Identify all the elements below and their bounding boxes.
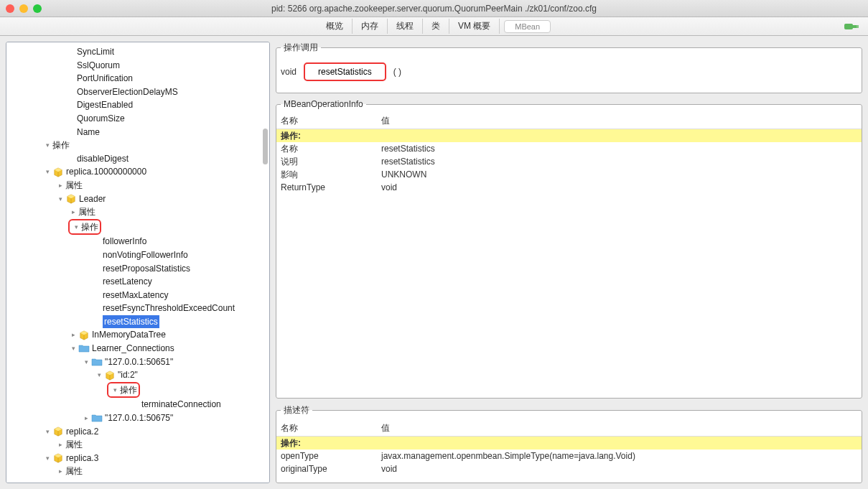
table-row-group: 操作: xyxy=(276,437,862,450)
cube-icon xyxy=(52,426,64,437)
tree-item-resetlatency[interactable]: resetLatency xyxy=(6,275,269,289)
titlebar: pid: 5266 org.apache.zookeeper.server.qu… xyxy=(0,0,868,17)
chevron-right-icon[interactable]: ▸ xyxy=(68,205,78,219)
chevron-down-icon[interactable]: ▾ xyxy=(68,342,78,355)
table-row[interactable]: 名称resetStatistics xyxy=(276,142,862,155)
tab-memory[interactable]: 内存 xyxy=(353,19,388,34)
chevron-down-icon[interactable]: ▾ xyxy=(42,452,52,465)
highlighted-ops: ▾操作 xyxy=(68,219,101,236)
chevron-right-icon[interactable]: ▸ xyxy=(68,328,78,342)
chevron-down-icon[interactable]: ▾ xyxy=(71,220,81,234)
content-area: SyncLimit SslQuorum PortUnification Obse… xyxy=(0,36,868,489)
tree-item-leader[interactable]: ▾Leader xyxy=(6,192,269,206)
tree-item-resetmaxlatency[interactable]: resetMaxLatency xyxy=(6,289,269,302)
chevron-right-icon[interactable]: ▸ xyxy=(55,438,65,452)
descriptor-title: 描述符 xyxy=(281,404,312,416)
tree-item-synclimit[interactable]: SyncLimit xyxy=(6,45,269,59)
descriptor-fieldset: 描述符 名称 值 操作: openTypejavax.management.op… xyxy=(276,404,862,483)
scrollbar[interactable] xyxy=(263,129,268,164)
highlighted-ops2: ▾操作 xyxy=(107,382,140,399)
tree-item-ops-leader[interactable]: ▾操作 xyxy=(6,219,269,236)
reset-statistics-button[interactable]: resetStatistics xyxy=(304,62,386,81)
tree-panel[interactable]: SyncLimit SslQuorum PortUnification Obse… xyxy=(6,42,270,483)
invoke-fieldset: 操作调用 void resetStatistics ( ) xyxy=(276,42,862,93)
cube-icon xyxy=(78,330,90,341)
tree-item-quorumsize[interactable]: QuorumSize xyxy=(6,112,269,126)
invoke-return-type: void xyxy=(281,67,297,77)
minimize-icon[interactable] xyxy=(19,4,28,13)
table-row[interactable]: ReturnTypevoid xyxy=(276,181,862,194)
cube-icon xyxy=(52,167,64,178)
tree-item-attrs3[interactable]: ▸属性 xyxy=(6,438,269,452)
col-value: 值 xyxy=(381,115,857,127)
tree-item-observerdelay[interactable]: ObserverElectionDelayMS xyxy=(6,85,269,99)
tab-mbean[interactable]: MBean xyxy=(504,20,551,33)
chevron-down-icon[interactable]: ▾ xyxy=(110,383,120,397)
mbean-tree: SyncLimit SslQuorum PortUnification Obse… xyxy=(6,42,269,483)
table-row-group: 操作: xyxy=(276,129,862,142)
tree-item-replica2[interactable]: ▾replica.2 xyxy=(6,425,269,439)
tree-item-replica1[interactable]: ▾replica.10000000000 xyxy=(6,165,269,179)
tree-item-terminate[interactable]: terminateConnection xyxy=(6,398,269,411)
col-name: 名称 xyxy=(281,422,381,434)
folder-icon xyxy=(78,343,90,354)
tree-item-id2[interactable]: ▾"id:2" xyxy=(6,368,269,382)
table-row[interactable]: 影响UNKNOWN xyxy=(276,168,862,181)
tree-item-attrs1[interactable]: ▸属性 xyxy=(6,179,269,192)
descriptor-table: 名称 值 操作: openTypejavax.management.openmb… xyxy=(276,421,862,475)
tab-classes[interactable]: 类 xyxy=(423,19,449,34)
cube-icon xyxy=(104,370,116,381)
close-icon[interactable] xyxy=(6,4,14,13)
window-title: pid: 5266 org.apache.zookeeper.server.qu… xyxy=(6,4,862,14)
tree-item-replica3[interactable]: ▾replica.3 xyxy=(6,452,269,465)
tab-threads[interactable]: 线程 xyxy=(388,19,423,34)
connection-icon[interactable] xyxy=(844,22,859,32)
tree-item-followerinfo[interactable]: followerInfo xyxy=(6,235,269,248)
tree-item-ops-id2[interactable]: ▾操作 xyxy=(6,382,269,399)
tree-item-resetfsync[interactable]: resetFsyncThresholdExceedCount xyxy=(6,302,269,315)
tab-vm[interactable]: VM 概要 xyxy=(449,19,500,34)
tabs: 概览 内存 线程 类 VM 概要 MBean xyxy=(317,19,551,34)
tree-item-attrs2[interactable]: ▸属性 xyxy=(6,205,269,219)
maximize-icon[interactable] xyxy=(33,4,42,13)
tree-item-portunification[interactable]: PortUnification xyxy=(6,72,269,85)
col-name: 名称 xyxy=(281,115,381,127)
tree-item-name[interactable]: Name xyxy=(6,126,269,139)
app-window: pid: 5266 org.apache.zookeeper.server.qu… xyxy=(0,0,868,489)
tree-item-ip1[interactable]: ▾"127.0.0.1:50651" xyxy=(6,355,269,369)
cube-icon xyxy=(65,193,77,205)
invoke-parens: ( ) xyxy=(393,67,401,77)
folder-icon xyxy=(91,356,103,368)
traffic-lights xyxy=(6,4,42,13)
tree-item-ip2[interactable]: ▸"127.0.0.1:50675" xyxy=(6,411,269,425)
chevron-right-icon[interactable]: ▸ xyxy=(81,411,91,425)
chevron-down-icon[interactable]: ▾ xyxy=(81,355,91,369)
chevron-right-icon[interactable]: ▸ xyxy=(55,179,65,192)
cube-icon xyxy=(52,452,64,464)
svg-rect-0 xyxy=(844,24,853,29)
chevron-down-icon[interactable]: ▾ xyxy=(42,139,52,152)
table-row[interactable]: openTypejavax.management.openmbean.Simpl… xyxy=(276,450,862,462)
tree-item-sslquorum[interactable]: SslQuorum xyxy=(6,59,269,73)
chevron-down-icon[interactable]: ▾ xyxy=(42,165,52,179)
tree-item-digestenabled[interactable]: DigestEnabled xyxy=(6,98,269,112)
tree-item-nonvoting[interactable]: nonVotingFollowerInfo xyxy=(6,248,269,262)
toolbar: 概览 内存 线程 类 VM 概要 MBean xyxy=(0,17,868,36)
chevron-down-icon[interactable]: ▾ xyxy=(94,368,104,382)
table-row[interactable]: 说明resetStatistics xyxy=(276,155,862,168)
tree-item-disabledigest[interactable]: disableDigest xyxy=(6,152,269,166)
tree-item-learnerconn[interactable]: ▾Learner_Connections xyxy=(6,342,269,355)
detail-panel: 操作调用 void resetStatistics ( ) MBeanOpera… xyxy=(276,42,862,483)
tree-item-ops1[interactable]: ▾操作 xyxy=(6,139,269,152)
chevron-down-icon[interactable]: ▾ xyxy=(42,425,52,439)
table-row[interactable]: originalTypevoid xyxy=(276,462,862,475)
tree-item-resetproposal[interactable]: resetProposalStatistics xyxy=(6,262,269,276)
tab-overview[interactable]: 概览 xyxy=(317,19,353,34)
mbeaninfo-table: 名称 值 操作: 名称resetStatistics 说明resetStatis… xyxy=(276,113,862,194)
chevron-right-icon[interactable]: ▸ xyxy=(55,465,65,478)
tree-item-resetstats[interactable]: resetStatistics xyxy=(6,315,269,329)
invoke-title: 操作调用 xyxy=(281,42,321,54)
tree-item-attrs4[interactable]: ▸属性 xyxy=(6,465,269,478)
chevron-down-icon[interactable]: ▾ xyxy=(55,192,65,206)
tree-item-inmemory[interactable]: ▸InMemoryDataTree xyxy=(6,328,269,342)
